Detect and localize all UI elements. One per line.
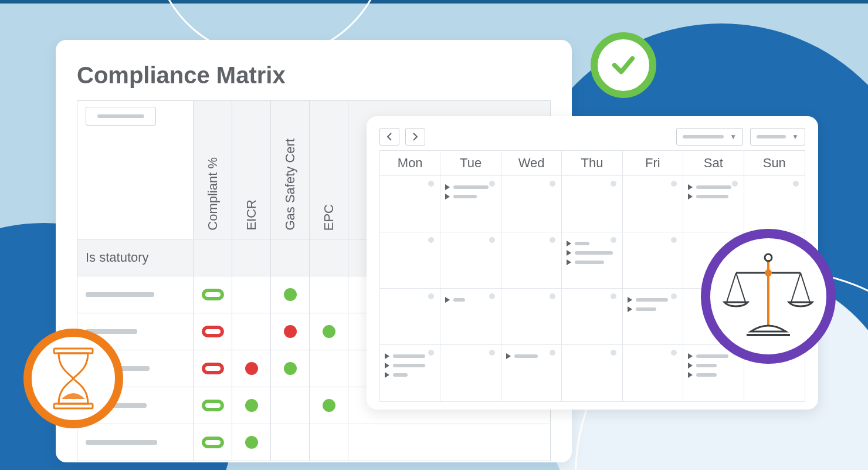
calendar-day-header: Fri — [623, 151, 683, 176]
calendar-day[interactable] — [623, 345, 683, 401]
calendar-day[interactable] — [440, 176, 501, 232]
status-dot — [284, 288, 297, 301]
calendar-day[interactable] — [440, 345, 501, 401]
day-number-dot — [793, 181, 799, 187]
top-edge — [0, 0, 868, 4]
calendar-day[interactable] — [380, 289, 440, 345]
day-number-dot — [732, 181, 738, 187]
statutory-label: Is statutory — [77, 239, 194, 276]
status-dot — [245, 399, 258, 412]
compliance-pill — [202, 363, 224, 374]
hourglass-icon — [47, 346, 100, 411]
row-label-placeholder — [86, 440, 157, 445]
compliance-pill — [202, 437, 224, 448]
calendar-event[interactable] — [385, 353, 435, 359]
calendar-day[interactable] — [501, 176, 562, 232]
filter-input[interactable] — [86, 107, 156, 126]
calendar-day[interactable] — [683, 176, 744, 232]
svg-point-5 — [765, 269, 772, 276]
calendar-day[interactable] — [380, 176, 440, 232]
compliance-pill — [202, 289, 224, 300]
calendar-event[interactable] — [567, 241, 617, 246]
day-number-dot — [428, 237, 434, 243]
calendar-day[interactable] — [562, 345, 622, 401]
calendar-event[interactable] — [385, 363, 435, 368]
day-number-dot — [489, 293, 495, 299]
calendar-event[interactable] — [445, 297, 496, 303]
day-number-dot — [428, 181, 434, 187]
day-number-dot — [489, 350, 495, 356]
status-dot — [323, 325, 335, 338]
day-number-dot — [611, 293, 616, 299]
calendar-event[interactable] — [688, 184, 738, 190]
hourglass-badge — [23, 329, 123, 428]
calendar-select-1[interactable]: ▼ — [676, 128, 743, 146]
calendar-day-header: Mon — [380, 151, 440, 176]
svg-line-8 — [791, 273, 801, 302]
calendar-event[interactable] — [445, 184, 496, 190]
status-dot — [245, 436, 258, 449]
day-number-dot — [489, 181, 495, 187]
day-number-dot — [550, 237, 555, 243]
calendar-day[interactable] — [380, 345, 440, 401]
day-number-dot — [550, 181, 555, 187]
calendar-day[interactable] — [501, 345, 562, 401]
day-number-dot — [550, 293, 555, 299]
calendar-select-2[interactable]: ▼ — [750, 128, 805, 146]
calendar-event[interactable] — [445, 194, 496, 200]
compliance-pill — [202, 400, 224, 411]
status-dot — [323, 399, 335, 412]
col-header: Compliant % — [205, 157, 221, 231]
status-dot — [284, 362, 297, 375]
calendar-day-header: Thu — [562, 151, 622, 176]
calendar-event[interactable] — [628, 306, 678, 312]
col-header: EICR — [244, 200, 259, 231]
day-number-dot — [671, 350, 677, 356]
calendar-event[interactable] — [688, 363, 738, 368]
calendar-day-header: Sat — [683, 151, 744, 176]
calendar-day[interactable] — [440, 289, 501, 345]
calendar-day[interactable] — [562, 176, 622, 232]
status-dot — [245, 362, 258, 375]
calendar-day[interactable] — [501, 232, 562, 289]
calendar-day[interactable] — [380, 232, 440, 289]
scales-icon — [718, 249, 818, 343]
day-number-dot — [671, 181, 677, 187]
status-dot — [284, 325, 297, 338]
col-header: Gas Safety Cert — [283, 138, 298, 231]
calendar-event[interactable] — [567, 250, 617, 256]
svg-line-7 — [736, 273, 745, 302]
day-number-dot — [611, 350, 616, 356]
col-header: EPC — [321, 204, 337, 231]
calendar-day[interactable] — [623, 176, 683, 232]
day-number-dot — [671, 237, 677, 243]
calendar-day[interactable] — [623, 232, 683, 289]
calendar-event[interactable] — [567, 259, 617, 265]
svg-line-9 — [801, 273, 810, 302]
calendar-event[interactable] — [688, 194, 738, 200]
svg-line-6 — [727, 273, 736, 302]
calendar-event[interactable] — [385, 372, 435, 378]
calendar-event[interactable] — [688, 353, 738, 359]
calendar-event[interactable] — [688, 372, 738, 378]
calendar-day[interactable] — [440, 232, 501, 289]
calendar-day[interactable] — [562, 232, 622, 289]
calendar-day[interactable] — [744, 176, 805, 232]
calendar-event[interactable] — [628, 297, 678, 303]
calendar-event[interactable] — [506, 353, 557, 359]
compliance-row — [77, 424, 550, 461]
calendar-day[interactable] — [562, 289, 622, 345]
calendar-day[interactable] — [623, 289, 683, 345]
compliance-pill — [202, 326, 224, 337]
next-button[interactable] — [405, 128, 425, 146]
scales-badge — [701, 229, 836, 364]
prev-button[interactable] — [379, 128, 399, 146]
check-icon — [610, 52, 637, 79]
row-label-placeholder — [86, 292, 154, 297]
day-number-dot — [611, 181, 616, 187]
calendar-day-header: Tue — [440, 151, 501, 176]
calendar-toolbar: ▼ ▼ — [379, 128, 805, 146]
calendar-day-header: Sun — [744, 151, 805, 176]
calendar-day-header: Wed — [501, 151, 562, 176]
calendar-day[interactable] — [501, 289, 562, 345]
